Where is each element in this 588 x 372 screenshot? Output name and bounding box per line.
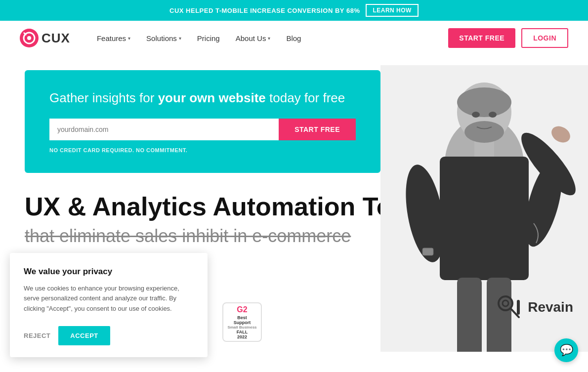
svg-point-18 (472, 112, 480, 118)
revain-icon (493, 292, 523, 322)
svg-point-17 (464, 121, 504, 143)
g2-line4: FALL (237, 330, 248, 334)
nav-links: Features ▾ Solutions ▾ Pricing About Us … (90, 30, 448, 46)
svg-point-7 (457, 87, 511, 117)
svg-point-19 (489, 112, 497, 118)
hero-card: Gather insights for your own website tod… (25, 70, 380, 173)
revain-text: Revain (528, 299, 573, 315)
login-button[interactable]: LOGIN (521, 28, 568, 48)
domain-input[interactable] (49, 119, 279, 140)
g2-line3: Small Business (227, 325, 256, 330)
revain-logo-area: Revain (493, 292, 573, 322)
g2-line5: 2022 (237, 334, 247, 339)
svg-rect-9 (440, 157, 529, 280)
nav-actions: START FREE LOGIN (448, 28, 568, 48)
logo[interactable]: CUX (20, 29, 70, 47)
top-banner: CUX HELPED T-MOBILE INCREASE CONVERSION … (0, 0, 588, 21)
accept-button[interactable]: ACCEPT (58, 326, 110, 345)
hero-start-button[interactable]: START FREE (279, 119, 356, 140)
reject-button[interactable]: REJECT (24, 332, 50, 339)
g2-badge: G2 Best Support Small Business FALL 2022 (222, 302, 262, 342)
svg-rect-14 (457, 278, 482, 352)
learn-how-button[interactable]: LEARN HOW (366, 4, 419, 17)
logo-text: CUX (42, 31, 70, 46)
nav-about[interactable]: About Us ▾ (229, 30, 278, 46)
svg-point-2 (27, 36, 31, 40)
svg-point-23 (503, 300, 508, 306)
cookie-title: We value your privacy (24, 267, 194, 277)
hero-disclaimer: NO CREDIT CARD REQUIRED. NO COMMITMENT. (49, 147, 356, 153)
cookie-body-text: We use cookies to enhance your browsing … (24, 284, 194, 314)
nav-blog[interactable]: Blog (279, 30, 308, 46)
cookie-actions: REJECT ACCEPT (24, 326, 194, 345)
svg-rect-24 (517, 300, 520, 315)
nav-solutions[interactable]: Solutions ▾ (139, 30, 188, 46)
hero-headline: Gather insights for your own website tod… (49, 90, 356, 107)
features-chevron-icon: ▾ (128, 36, 130, 41)
svg-rect-16 (422, 248, 433, 255)
banner-text: CUX HELPED T-MOBILE INCREASE CONVERSION … (169, 7, 360, 14)
g2-logo: G2 (237, 305, 247, 314)
hero-form: START FREE (49, 119, 356, 140)
start-free-button[interactable]: START FREE (448, 28, 515, 48)
g2-line2: Support (234, 320, 251, 325)
cookie-banner: We value your privacy We use cookies to … (10, 253, 208, 352)
chat-icon: 💬 (560, 344, 573, 352)
g2-line1: Best (237, 315, 247, 320)
logo-icon (20, 29, 39, 47)
about-chevron-icon: ▾ (268, 36, 270, 41)
nav-features[interactable]: Features ▾ (90, 30, 137, 46)
nav-pricing[interactable]: Pricing (190, 30, 227, 46)
solutions-chevron-icon: ▾ (179, 36, 181, 41)
navbar: CUX Features ▾ Solutions ▾ Pricing About… (0, 21, 588, 55)
